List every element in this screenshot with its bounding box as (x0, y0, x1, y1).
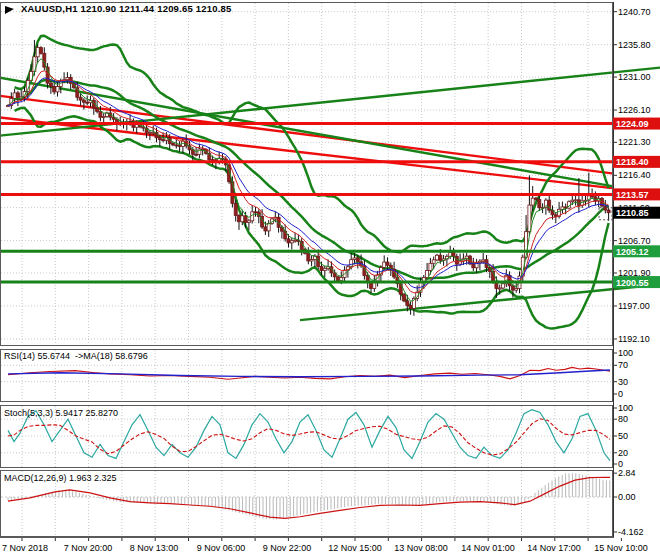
candle-bear (403, 294, 406, 301)
candle-bear (337, 277, 340, 281)
candle-bear (455, 256, 458, 264)
candle-bear (472, 264, 475, 268)
candle-bear (406, 301, 409, 306)
price-axis-label: 1206.70 (618, 236, 651, 246)
candle-bull (436, 255, 439, 260)
current-price-badge: 1210.85 (616, 208, 649, 218)
candle-bull (36, 48, 39, 57)
candle-bull (432, 260, 435, 263)
stoch-axis-label: 50 (618, 431, 628, 441)
candle-bear (287, 239, 290, 243)
candle-bear (409, 305, 412, 308)
bollinger-lower[interactable] (15, 108, 609, 329)
rsi-axis-label: 100 (618, 348, 633, 358)
macd-signal-line (8, 477, 610, 518)
candle-bull (571, 200, 574, 201)
time-axis-label: 13 Nov 08:00 (394, 543, 448, 553)
candle-bear (234, 203, 237, 215)
candle-bear (254, 212, 257, 213)
candle-bull (340, 277, 343, 280)
candle-bull (247, 221, 250, 223)
candle-bull (502, 284, 505, 288)
stoch-k-line (8, 410, 610, 461)
candle-bull (574, 200, 577, 201)
candle-bear (264, 227, 267, 231)
mt4-chart-window: 1240.701235.801231.001226.101221.301216.… (0, 0, 660, 560)
candle-bear (172, 143, 175, 145)
candle-bear (386, 262, 389, 265)
candle-bear (307, 253, 310, 261)
candle-bull (198, 149, 201, 154)
candle-bull (290, 241, 293, 243)
candle-bull (66, 78, 69, 80)
time-axis-label: 14 Nov 17:00 (527, 543, 581, 553)
candle-bull (515, 289, 518, 291)
level-badge: 1213.57 (616, 190, 649, 200)
candle-bear (244, 216, 247, 223)
bollinger-upper[interactable] (15, 36, 609, 252)
candle-bear (511, 286, 514, 290)
time-axis-label: 8 Nov 13:00 (130, 543, 179, 553)
candle-bear (238, 215, 241, 221)
trendline-green[interactable] (300, 284, 660, 320)
price-axis-label: 1221.30 (618, 137, 651, 147)
candle-bear (591, 196, 594, 197)
candle-bull (449, 252, 452, 256)
candle-bear (538, 199, 541, 207)
time-axis-label: 15 Nov 10:00 (594, 543, 648, 553)
candle-bull (323, 269, 326, 271)
stoch-axis-label: 100 (618, 403, 633, 413)
time-axis-label: 9 Nov 06:00 (197, 543, 246, 553)
candle-bull (528, 205, 531, 232)
level-badge: 1205.12 (616, 247, 649, 257)
candle-bull (429, 263, 432, 270)
candle-bear (195, 154, 198, 155)
level-badge: 1218.40 (616, 157, 649, 167)
rsi-axis-label: 70 (618, 360, 628, 370)
candle-bear (16, 93, 19, 99)
candle-bull (102, 116, 105, 117)
candle-bear (82, 100, 85, 102)
candle-bull (13, 93, 16, 98)
candle-bear (99, 111, 102, 117)
chart-canvas[interactable]: 1240.701235.801231.001226.101221.301216.… (0, 0, 660, 560)
candle-bear (158, 138, 161, 140)
candle-bull (294, 240, 297, 241)
candle-bull (383, 262, 386, 267)
candle-bear (320, 266, 323, 270)
price-axis-label: 1216.40 (618, 170, 651, 180)
candle-bear (356, 258, 359, 262)
time-axis-label: 14 Nov 01:00 (461, 543, 515, 553)
price-axis-label: 1235.80 (618, 40, 651, 50)
price-axis-label: 1192.10 (618, 334, 650, 344)
candle-bull (56, 87, 59, 92)
candle-bull (148, 133, 151, 134)
price-axis-label: 1231.00 (618, 72, 651, 82)
candle-bear (86, 102, 89, 103)
candle-bull (267, 223, 270, 230)
candle-bull (498, 288, 501, 289)
candle-bear (175, 145, 178, 146)
trendline-red[interactable] (0, 117, 612, 188)
time-axis-label: 7 Nov 2018 (2, 543, 48, 553)
candle-bull (241, 216, 244, 222)
candle-bear (178, 145, 181, 146)
time-axis-label: 7 Nov 20:00 (64, 543, 113, 553)
stoch-axis-label: 20 (618, 448, 628, 458)
level-badge: 1200.55 (616, 278, 649, 288)
candle-bull (353, 258, 356, 260)
candle-bear (607, 210, 610, 213)
time-axis-label: 9 Nov 22:00 (263, 543, 312, 553)
rsi-axis-label: 30 (618, 377, 628, 387)
candle-bear (40, 48, 43, 54)
candle-bear (452, 252, 455, 256)
candle-bear (162, 140, 165, 141)
macd-axis-label: 2.84 (618, 468, 636, 478)
price-axis-label: 1240.70 (618, 7, 651, 17)
candle-bear (439, 255, 442, 260)
price-axis-label: 1197.00 (618, 301, 650, 311)
price-axis-label: 1226.10 (618, 105, 651, 115)
candle-bull (531, 198, 534, 205)
candle-bear (49, 83, 52, 86)
time-axis-label: 12 Nov 15:00 (328, 543, 382, 553)
